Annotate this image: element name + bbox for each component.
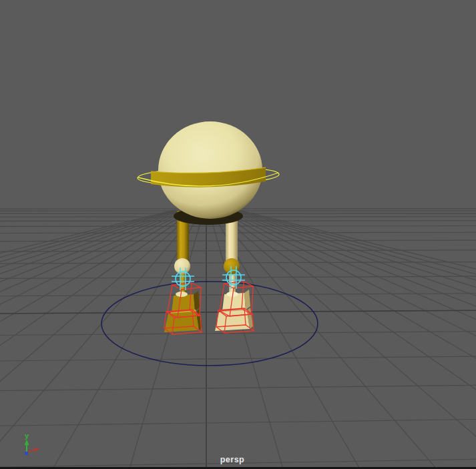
right-ankle-ball[interactable] [224,258,240,274]
y-axis-label: y [25,432,29,440]
scene-canvas[interactable]: y persp [0,0,476,469]
maya-viewport[interactable]: y persp [0,0,476,469]
z-axis-dot [25,452,28,455]
viewport-background [0,0,476,469]
camera-label: persp [220,455,245,464]
